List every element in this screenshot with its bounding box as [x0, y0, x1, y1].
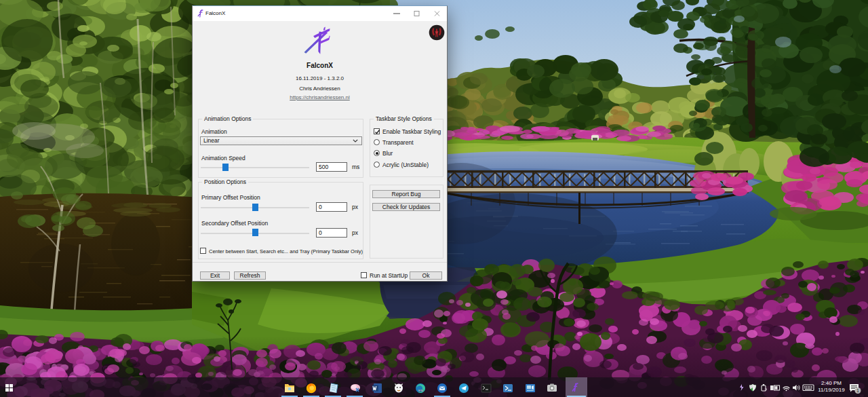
- svg-text:1: 1: [856, 388, 859, 393]
- svg-text:BETA: BETA: [418, 390, 423, 392]
